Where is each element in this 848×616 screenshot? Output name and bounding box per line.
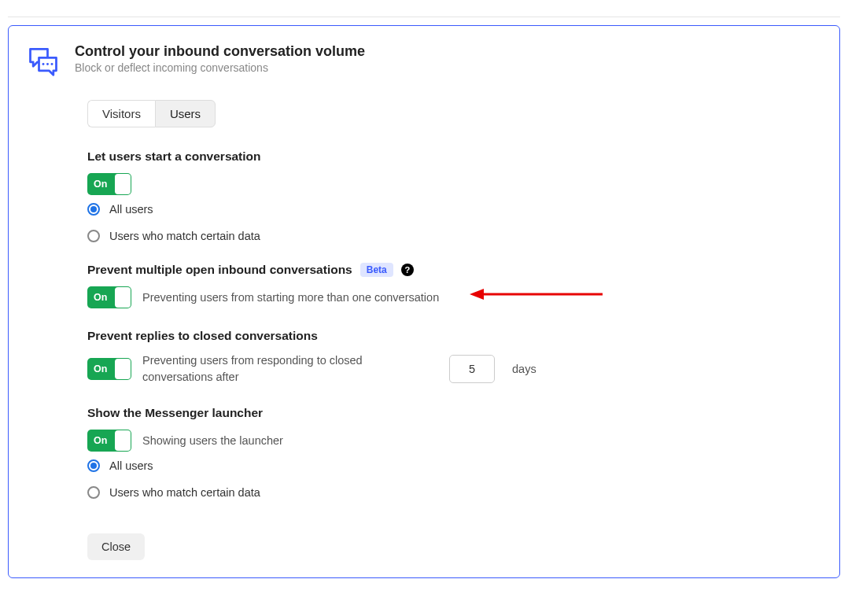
section-start-conversation: Let users start a conversation On All us…: [87, 149, 822, 242]
start-conversation-heading: Let users start a conversation: [87, 149, 822, 164]
radio-label: Users who match certain data: [109, 230, 260, 242]
radio-users-match-data-launcher[interactable]: Users who match certain data: [87, 486, 822, 499]
radio-input: [87, 486, 100, 499]
messenger-launcher-toggle[interactable]: On: [87, 430, 131, 452]
messenger-launcher-desc: Showing users the launcher: [142, 434, 283, 447]
days-suffix: days: [512, 363, 536, 375]
prevent-multiple-heading-text: Prevent multiple open inbound conversati…: [87, 263, 352, 277]
annotation-arrow-icon: [465, 286, 607, 302]
help-icon[interactable]: ?: [401, 264, 414, 276]
prevent-replies-desc: Preventing users from responding to clos…: [142, 352, 378, 385]
toggle-on-label: On: [94, 173, 107, 195]
prevent-multiple-heading: Prevent multiple open inbound conversati…: [87, 263, 822, 277]
settings-card: Control your inbound conversation volume…: [8, 25, 840, 578]
toggle-knob: [115, 174, 131, 194]
days-input[interactable]: [449, 355, 495, 383]
radio-input: [87, 230, 100, 242]
radio-users-match-data[interactable]: Users who match certain data: [87, 230, 822, 242]
radio-label: All users: [109, 459, 153, 472]
radio-input-selected: [87, 459, 100, 472]
toggle-on-label: On: [94, 430, 107, 452]
svg-marker-4: [470, 289, 484, 300]
prevent-multiple-toggle[interactable]: On: [87, 286, 131, 308]
toggle-knob: [115, 287, 131, 308]
card-header: Control your inbound conversation volume…: [9, 43, 839, 78]
start-conversation-toggle[interactable]: On: [87, 173, 131, 195]
radio-input-selected: [87, 203, 100, 216]
section-prevent-multiple: Prevent multiple open inbound conversati…: [87, 263, 822, 308]
toggle-on-label: On: [94, 358, 107, 380]
prevent-replies-toggle[interactable]: On: [87, 358, 131, 380]
close-button[interactable]: Close: [87, 533, 145, 560]
card-content: Visitors Users Let users start a convers…: [9, 78, 839, 577]
radio-label: All users: [109, 203, 153, 216]
svg-point-2: [51, 63, 53, 65]
section-prevent-replies: Prevent replies to closed conversations …: [87, 329, 822, 385]
start-conversation-radio-group: All users Users who match certain data: [87, 203, 822, 242]
radio-label: Users who match certain data: [109, 486, 260, 499]
top-divider: [8, 0, 840, 17]
audience-tabs: Visitors Users: [87, 100, 216, 127]
card-title: Control your inbound conversation volume: [75, 43, 822, 60]
chat-bubbles-icon: [26, 43, 61, 78]
section-messenger-launcher: Show the Messenger launcher On Showing u…: [87, 406, 822, 499]
toggle-on-label: On: [94, 286, 107, 308]
beta-badge: Beta: [360, 263, 393, 277]
prevent-multiple-desc: Preventing users from starting more than…: [142, 291, 439, 304]
svg-point-1: [46, 63, 49, 65]
card-subtitle: Block or deflect incoming conversations: [75, 61, 822, 74]
messenger-launcher-radio-group: All users Users who match certain data: [87, 459, 822, 499]
toggle-knob: [115, 359, 131, 379]
prevent-replies-heading: Prevent replies to closed conversations: [87, 329, 822, 343]
tab-visitors[interactable]: Visitors: [87, 100, 155, 127]
messenger-launcher-heading: Show the Messenger launcher: [87, 406, 822, 420]
radio-all-users[interactable]: All users: [87, 203, 822, 216]
radio-all-users-launcher[interactable]: All users: [87, 459, 822, 472]
toggle-knob: [115, 430, 131, 451]
tab-users[interactable]: Users: [155, 100, 216, 127]
svg-point-0: [42, 63, 45, 65]
